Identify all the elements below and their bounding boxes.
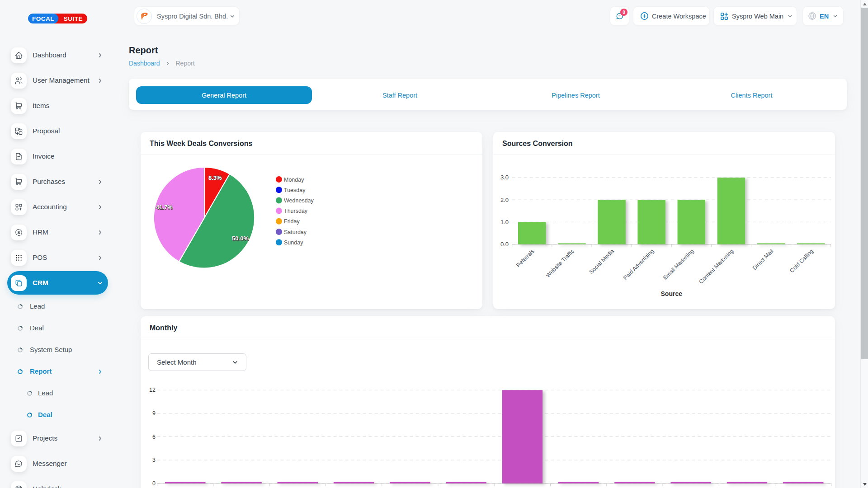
sidebar-item-purchases[interactable]: Purchases xyxy=(0,169,128,194)
sidebar-item-label: User Management xyxy=(33,76,90,84)
legend-label-saturday: Saturday xyxy=(284,229,307,235)
create-workspace-button[interactable]: Create Workspace xyxy=(633,6,710,26)
users-icon xyxy=(14,76,23,85)
accounting-icon-tile xyxy=(11,199,27,215)
checkbox-icon xyxy=(14,434,23,443)
items-icon-tile xyxy=(11,98,27,114)
user-circle-dash-icon xyxy=(14,228,23,237)
select-month-dropdown[interactable]: Select Month xyxy=(148,353,246,371)
sidebar-item-label: Items xyxy=(33,102,49,110)
chevron-right-icon xyxy=(97,229,104,236)
ring-icon-wrap xyxy=(17,369,23,375)
chart-text: 12 xyxy=(149,387,156,393)
app-selector[interactable]: Syspro Web Main xyxy=(713,6,797,26)
sidebar-item-dashboard[interactable]: Dashboard xyxy=(0,42,128,68)
week-deals-card-header: This Week Deals Conversions xyxy=(141,132,482,155)
sidebar-chevron xyxy=(97,178,104,185)
bar-paid-advertising xyxy=(637,200,665,244)
week-deals-pie-chart: 8.3%8.3%50.0%50.0%41.7%41.7%MondayTuesda… xyxy=(141,155,482,311)
sidebar-item-label: Proposal xyxy=(33,127,60,135)
scrollbar-thumb[interactable] xyxy=(861,8,868,359)
ring-icon xyxy=(17,369,23,375)
chart-text: 0 xyxy=(152,480,156,487)
monthly-bar-9 xyxy=(614,482,655,483)
chat-button[interactable]: 0 xyxy=(610,6,629,26)
legend-dot-friday xyxy=(276,218,282,225)
monthly-bar-3 xyxy=(278,482,318,483)
replace-icon xyxy=(14,127,23,136)
sidebar-item-deal[interactable]: Deal xyxy=(0,404,128,426)
tab-general-report[interactable]: General Report xyxy=(136,86,312,104)
breadcrumb-current: Report xyxy=(176,60,195,67)
sidebar-item-deal[interactable]: Deal xyxy=(0,317,128,339)
chart-text: 1.0 xyxy=(500,219,509,225)
legend-dot-wednesday xyxy=(276,197,282,203)
sidebar-item-label: Messenger xyxy=(33,460,67,468)
sidebar-item-label: Deal xyxy=(38,411,52,418)
bar-website-traffic xyxy=(558,244,586,244)
browser-scrollbar[interactable] xyxy=(860,0,868,488)
bar-category-label: Content Marketing xyxy=(698,248,735,285)
sidebar-item-crm[interactable]: CRM xyxy=(0,270,128,296)
sidebar-item-helpdesk[interactable]: Helpdesk xyxy=(0,476,128,488)
sidebar-item-accounting[interactable]: Accounting xyxy=(0,194,128,220)
sidebar-item-label: Report xyxy=(30,367,52,375)
language-label: EN xyxy=(820,13,829,20)
tab-clients-report[interactable]: Clients Report xyxy=(664,86,840,104)
sidebar-chevron xyxy=(97,368,104,375)
chevron-down-icon xyxy=(231,359,239,366)
logo-focal: FOCAL xyxy=(28,14,58,23)
sidebar-item-proposal[interactable]: Proposal xyxy=(0,118,128,144)
chart-text: 6 xyxy=(152,434,156,440)
sidebar-item-projects[interactable]: Projects xyxy=(0,426,128,451)
language-selector[interactable]: EN xyxy=(802,6,844,26)
scrollbar-up-arrow[interactable] xyxy=(861,0,868,8)
scrollbar-down-arrow[interactable] xyxy=(861,480,868,488)
tab-staff-report[interactable]: Staff Report xyxy=(312,86,488,104)
ring-icon xyxy=(17,347,23,353)
chevron-down-icon xyxy=(229,13,236,19)
ring-icon xyxy=(27,412,33,418)
ring-icon-wrap xyxy=(17,325,23,331)
crm-icon-tile xyxy=(11,275,27,291)
hrm-icon-tile xyxy=(11,225,27,240)
chevron-right-icon xyxy=(97,204,104,211)
bar-content-marketing xyxy=(717,178,745,244)
workspace-selector[interactable]: Syspro Digital Sdn. Bhd. xyxy=(134,6,240,26)
sidebar-item-lead[interactable]: Lead xyxy=(0,296,128,317)
sidebar-item-lead[interactable]: Lead xyxy=(0,382,128,404)
legend-label-friday: Friday xyxy=(284,218,300,225)
monthly-card-header: Monthly xyxy=(141,316,835,339)
workspace-name: Syspro Digital Sdn. Bhd. xyxy=(157,13,228,20)
sidebar-item-messenger[interactable]: Messenger xyxy=(0,451,128,476)
chevron-right-icon xyxy=(97,254,104,261)
focal-suite-logo[interactable]: FOCAL SUITE xyxy=(28,14,87,23)
monthly-bar-12 xyxy=(783,482,824,483)
sidebar-item-invoice[interactable]: Invoice xyxy=(0,144,128,169)
sidebar-item-hrm[interactable]: HRM xyxy=(0,220,128,245)
sidebar-item-user-management[interactable]: User Management xyxy=(0,68,128,93)
tab-pipelines-report[interactable]: Pipelines Report xyxy=(488,86,664,104)
sidebar-item-system-setup[interactable]: System Setup xyxy=(0,339,128,361)
file-icon xyxy=(14,152,23,161)
breadcrumb-dashboard-link[interactable]: Dashboard xyxy=(129,60,160,67)
ring-icon-wrap xyxy=(17,304,23,310)
bar-category-label: Paid Advertising xyxy=(622,248,655,281)
bar-direct-mail xyxy=(757,244,785,244)
bar-category-label: Email Marketing xyxy=(662,248,695,281)
sources-conversion-title: Sources Conversion xyxy=(502,140,573,148)
monthly-title: Monthly xyxy=(150,324,177,332)
sidebar-item-pos[interactable]: POS xyxy=(0,245,128,270)
chat-badge: 0 xyxy=(620,9,627,16)
week-deals-title: This Week Deals Conversions xyxy=(150,140,252,148)
sidebar-chevron xyxy=(97,52,104,59)
sidebar-chevron xyxy=(97,254,104,261)
sidebar-item-report[interactable]: Report xyxy=(0,361,128,382)
dashboard-icon-tile xyxy=(11,47,27,63)
pie-label: 41.7% xyxy=(156,204,173,211)
legend-label-tuesday: Tuesday xyxy=(284,187,306,193)
chevron-right-icon xyxy=(97,77,104,84)
monthly-bar-2 xyxy=(221,482,262,483)
sidebar-item-items[interactable]: Items xyxy=(0,93,128,118)
workspace-logo xyxy=(137,9,152,24)
